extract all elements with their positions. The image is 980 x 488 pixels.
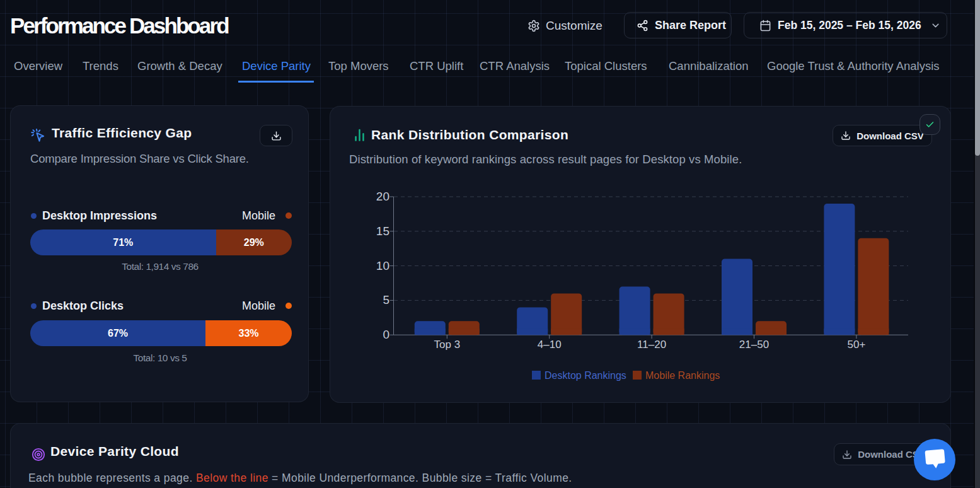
svg-text:11–20: 11–20: [637, 339, 666, 351]
svg-text:10: 10: [376, 259, 389, 272]
svg-text:20: 20: [376, 190, 389, 203]
svg-text:0: 0: [383, 328, 389, 341]
svg-text:Desktop Rankings: Desktop Rankings: [545, 370, 626, 381]
svg-text:21–50: 21–50: [739, 339, 769, 351]
svg-text:15: 15: [376, 224, 389, 238]
svg-text:Mobile Rankings: Mobile Rankings: [645, 370, 720, 381]
svg-text:4–10: 4–10: [538, 339, 562, 351]
svg-text:50+: 50+: [847, 339, 865, 351]
svg-text:Top 3: Top 3: [434, 339, 461, 351]
svg-text:5: 5: [383, 293, 389, 306]
